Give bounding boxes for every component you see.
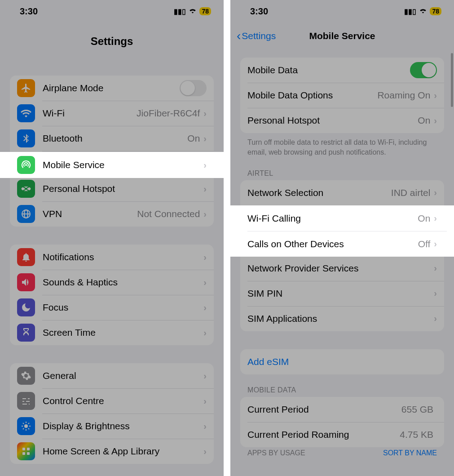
calls-other-row[interactable]: Calls on Other Devices Off › — [247, 231, 437, 257]
carrier-header: AIRTEL — [230, 158, 454, 180]
chevron-right-icon: › — [203, 108, 207, 119]
svg-rect-12 — [22, 448, 25, 450]
roaming-period-label: Current Period Roaming — [247, 429, 400, 440]
airplane-label: Airplane Mode — [43, 83, 180, 93]
focus-label: Focus — [43, 302, 203, 313]
chevron-right-icon: › — [434, 90, 437, 101]
screen-divider — [224, 0, 230, 476]
svg-line-11 — [28, 423, 29, 424]
current-period-row[interactable]: Current Period 655 GB — [240, 397, 444, 422]
mobile-data-label: Mobile Data — [247, 65, 410, 76]
current-period-value: 655 GB — [401, 404, 433, 415]
esim-group: Add eSIM — [240, 349, 444, 374]
cellular-icon: ▮▮▯ — [404, 7, 416, 16]
network-selection-value: IND airtel — [391, 187, 431, 198]
chevron-right-icon: › — [434, 213, 437, 223]
sim-pin-label: SIM PIN — [247, 288, 434, 299]
control-row[interactable]: Control Centre › — [10, 388, 214, 414]
antenna-icon — [17, 156, 35, 174]
chevron-right-icon: › — [203, 184, 207, 194]
homescreen-row[interactable]: Home Screen & App Library › — [10, 439, 214, 464]
wifi-label: Wi-Fi — [43, 108, 137, 119]
chevron-left-icon: ‹ — [237, 30, 241, 42]
sort-by-name-button[interactable]: SORT BY NAME — [383, 449, 437, 457]
moon-icon — [17, 298, 35, 316]
display-row[interactable]: Display & Brightness › — [10, 414, 214, 439]
speaker-icon — [17, 273, 35, 291]
provider-services-row[interactable]: Network Provider Services › — [240, 256, 444, 281]
chevron-right-icon: › — [203, 371, 207, 381]
bluetooth-row[interactable]: Bluetooth On › — [10, 126, 214, 151]
chevron-right-icon: › — [203, 209, 207, 219]
nav-bar: ‹ Settings Mobile Service — [230, 22, 454, 49]
chevron-right-icon: › — [434, 288, 437, 298]
chevron-right-icon: › — [203, 396, 207, 406]
wifi-row[interactable]: Wi-Fi JioFiber-R6C4f › — [10, 101, 214, 126]
data-options-row[interactable]: Mobile Data Options Roaming On › — [240, 83, 444, 108]
hotspot-row[interactable]: Personal Hotspot On › — [240, 108, 444, 133]
data-options-label: Mobile Data Options — [247, 90, 377, 101]
chevron-right-icon: › — [434, 116, 437, 126]
sim-apps-row[interactable]: SIM Applications › — [240, 306, 444, 331]
chevron-right-icon: › — [434, 239, 437, 249]
general-group: General › Control Centre › Display & Bri… — [10, 363, 214, 464]
chevron-right-icon: › — [203, 303, 207, 313]
roaming-period-value: 4.75 KB — [400, 429, 433, 440]
hotspot-row[interactable]: Personal Hotspot › — [10, 176, 214, 201]
right-screen: 3:30 ▮▮▯ 78 ‹ Settings Mobile Service Mo… — [230, 0, 454, 476]
screentime-row[interactable]: Screen Time › — [10, 320, 214, 345]
screentime-label: Screen Time — [43, 327, 203, 338]
chevron-right-icon: › — [203, 133, 207, 144]
vpn-icon — [17, 205, 35, 223]
mobile-service-highlight[interactable]: Mobile Service › — [0, 152, 224, 178]
svg-rect-13 — [27, 448, 30, 450]
back-label: Settings — [242, 31, 276, 41]
svg-rect-14 — [22, 452, 25, 455]
airplane-toggle[interactable] — [180, 80, 207, 96]
brightness-icon — [17, 417, 35, 435]
svg-line-9 — [28, 428, 29, 429]
left-screen: 3:30 ▮▮▯ 78 Settings Airplane Mode Wi-Fi… — [0, 0, 224, 476]
mobile-data-toggle[interactable] — [410, 62, 437, 78]
mobile-data-group: Mobile Data Mobile Data Options Roaming … — [240, 58, 444, 133]
sim-pin-row[interactable]: SIM PIN › — [240, 281, 444, 306]
bluetooth-value: On — [187, 133, 200, 144]
hotspot-label: Personal Hotspot — [43, 183, 203, 194]
bluetooth-icon — [17, 129, 35, 147]
status-right: ▮▮▯ 78 — [174, 7, 211, 16]
status-right: ▮▮▯ 78 — [404, 7, 441, 16]
homescreen-label: Home Screen & App Library — [43, 446, 203, 457]
status-bar: 3:30 ▮▮▯ 78 — [0, 0, 224, 22]
sounds-row[interactable]: Sounds & Haptics › — [10, 270, 214, 295]
back-button[interactable]: ‹ Settings — [237, 30, 276, 42]
status-time: 3:30 — [250, 6, 268, 17]
hourglass-icon — [17, 324, 35, 342]
airplane-row[interactable]: Airplane Mode — [10, 76, 214, 101]
data-options-value: Roaming On — [377, 90, 430, 101]
vpn-row[interactable]: VPN Not Connected › — [10, 201, 214, 227]
focus-row[interactable]: Focus › — [10, 295, 214, 320]
svg-rect-15 — [27, 452, 30, 455]
notifications-label: Notifications — [43, 252, 203, 262]
sliders-icon — [17, 392, 35, 410]
scrollbar[interactable] — [451, 53, 453, 107]
calls-other-value: Off — [418, 239, 431, 249]
connectivity-group: Airplane Mode Wi-Fi JioFiber-R6C4f › Blu… — [10, 76, 214, 227]
wifi-calling-row[interactable]: Wi-Fi Calling On › — [247, 205, 437, 231]
mobile-data-row[interactable]: Mobile Data — [240, 58, 444, 83]
page-title: Settings — [0, 22, 224, 48]
network-selection-row[interactable]: Network Selection IND airtel › — [240, 180, 444, 205]
wifi-calling-highlight: Wi-Fi Calling On › Calls on Other Device… — [230, 205, 454, 257]
add-esim-row[interactable]: Add eSIM — [240, 349, 444, 374]
notifications-row[interactable]: Notifications › — [10, 245, 214, 270]
chevron-right-icon: › — [203, 421, 207, 432]
mobile-data-footer: Turn off mobile data to restrict all dat… — [230, 133, 454, 158]
hotspot-icon — [17, 180, 35, 198]
svg-line-8 — [23, 423, 24, 424]
display-label: Display & Brightness — [43, 421, 203, 432]
hotspot-label: Personal Hotspot — [247, 115, 418, 126]
general-row[interactable]: General › — [10, 363, 214, 388]
provider-services-label: Network Provider Services — [247, 263, 434, 274]
calls-other-label: Calls on Other Devices — [247, 239, 418, 249]
roaming-period-row[interactable]: Current Period Roaming 4.75 KB — [240, 422, 444, 447]
